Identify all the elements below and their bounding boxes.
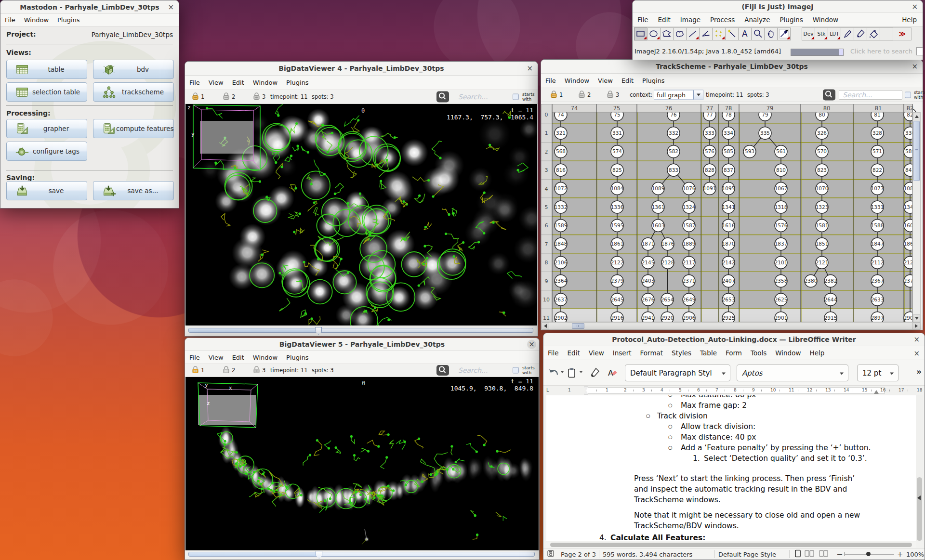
zoom-out-button[interactable]: −: [836, 549, 843, 559]
menu-file[interactable]: File: [543, 349, 563, 357]
starts-with-checkbox[interactable]: [513, 94, 519, 100]
menu-insert[interactable]: Insert: [608, 349, 636, 357]
menu-plugins[interactable]: Plugins: [775, 16, 807, 24]
search-box[interactable]: Search...: [839, 90, 902, 100]
search-input[interactable]: Search...: [458, 366, 488, 374]
menu-edit[interactable]: Edit: [228, 354, 249, 361]
rectangle-tool[interactable]: [634, 27, 648, 40]
configure-tags-button[interactable]: configure tags: [6, 142, 87, 161]
lock-icon[interactable]: [578, 90, 586, 100]
trackscheme-canvas[interactable]: 7432156881610721332158918482106236426372…: [541, 104, 923, 330]
close-icon[interactable]: ×: [527, 340, 536, 349]
oval-tool[interactable]: [647, 27, 661, 40]
undo-button[interactable]: [546, 365, 561, 380]
brush-tool[interactable]: [854, 27, 867, 40]
menu-form[interactable]: Form: [721, 349, 746, 357]
angle-tool[interactable]: [699, 27, 713, 40]
menu-window[interactable]: Window: [20, 16, 53, 24]
dev-tool[interactable]: Dev: [802, 27, 815, 40]
grapher-button[interactable]: grapher: [6, 119, 87, 138]
clone-formatting-button[interactable]: [588, 365, 602, 380]
word-count[interactable]: 595 words, 3,494 characters: [603, 550, 692, 558]
menu-tools[interactable]: Tools: [746, 349, 771, 357]
line-tool[interactable]: [686, 27, 700, 40]
menu-edit[interactable]: Edit: [563, 349, 584, 357]
search-icon[interactable]: [823, 90, 835, 101]
search-input[interactable]: Search...: [458, 93, 488, 101]
menu-plugins[interactable]: Plugins: [282, 79, 313, 86]
lut-tool[interactable]: LUT: [828, 27, 841, 40]
polygon-tool[interactable]: [660, 27, 674, 40]
writer-titlebar[interactable]: Protocol_Auto-Detection_Auto-Linking.doc…: [543, 333, 925, 346]
paste-button[interactable]: [565, 365, 579, 380]
search-icon[interactable]: [436, 365, 449, 376]
trackscheme-hscrollbar[interactable]: [541, 322, 921, 330]
sidebar-collapse-arrow[interactable]: [917, 495, 921, 500]
menu-view[interactable]: View: [584, 349, 608, 357]
search-icon[interactable]: [436, 91, 449, 103]
menu-view[interactable]: View: [204, 354, 228, 361]
toolbar-overflow-button[interactable]: »: [916, 367, 922, 377]
trackscheme-titlebar[interactable]: TrackScheme - Parhyale_LimbDev_30tps ×: [541, 60, 923, 74]
context-dropdown[interactable]: full graph: [654, 90, 703, 100]
bdv5-time-slider[interactable]: [185, 550, 539, 560]
page-indicator[interactable]: Page 2 of 3: [561, 550, 596, 558]
menu-help[interactable]: Help: [897, 16, 923, 24]
zoom-level[interactable]: 100%: [906, 550, 924, 558]
writer-hscrollbar[interactable]: [546, 542, 916, 548]
bdv-button[interactable]: bdv: [93, 60, 174, 79]
save-button[interactable]: save: [6, 181, 87, 200]
font-size-select[interactable]: 12 pt ⌄: [857, 365, 899, 381]
starts-with-checkbox[interactable]: [905, 92, 911, 98]
document-close-icon[interactable]: ×: [913, 350, 920, 357]
bdv4-canvas[interactable]: zy0t = 111167.3, 757.3, 1065.4: [185, 104, 537, 326]
selection-table-button[interactable]: selection table: [6, 82, 87, 102]
menu-edit[interactable]: Edit: [653, 16, 675, 24]
close-icon[interactable]: ×: [912, 63, 918, 70]
zoom-tool[interactable]: [751, 27, 765, 40]
point-tool[interactable]: [712, 27, 726, 40]
menu-file[interactable]: File: [633, 16, 653, 24]
menu-file[interactable]: File: [185, 354, 204, 361]
save-as--button[interactable]: save as...: [93, 181, 174, 200]
menu-window[interactable]: Window: [808, 16, 843, 24]
close-icon[interactable]: ×: [527, 65, 533, 72]
pencil-tool[interactable]: [841, 27, 854, 40]
zoom-in-button[interactable]: +: [897, 550, 903, 559]
menu-edit[interactable]: Edit: [228, 79, 249, 86]
view-layout-icons[interactable]: [794, 549, 833, 559]
bdv5-canvas[interactable]: yxz0t = 111045.9, 930.8, 849.8: [185, 377, 539, 550]
menu-plugins[interactable]: Plugins: [53, 16, 84, 24]
menu-image[interactable]: Image: [675, 16, 705, 24]
zoom-slider[interactable]: [845, 554, 894, 555]
menu-table[interactable]: Table: [696, 349, 721, 357]
bdv4-titlebar[interactable]: BigDataViewer 4 - Parhyale_LimbDev_30tps…: [185, 62, 538, 76]
stk-tool[interactable]: Stk: [815, 27, 828, 40]
lock-icon[interactable]: [606, 90, 614, 100]
starts-with-checkbox[interactable]: [513, 367, 519, 374]
writer-ruler[interactable]: 1123456789101112131415161718 L: [546, 386, 916, 395]
text-tool[interactable]: A: [738, 27, 752, 40]
bdv5-titlebar[interactable]: BigDataViewer 5 - Parhyale_LimbDev_30tps…: [185, 338, 539, 351]
menu-edit[interactable]: Edit: [617, 77, 638, 84]
writer-vscrollbar[interactable]: [916, 395, 923, 541]
spare-tool[interactable]: [880, 27, 893, 40]
menu-plugins[interactable]: Plugins: [638, 77, 669, 84]
menu-window[interactable]: Window: [249, 354, 282, 361]
mastodon-titlebar[interactable]: Mastodon - Parhyale_LimbDev_30tps ×: [0, 0, 179, 14]
lock-icon[interactable]: [191, 365, 199, 375]
menu-help[interactable]: Help: [806, 349, 829, 357]
menu-view[interactable]: View: [204, 79, 228, 86]
page-style[interactable]: Default Page Style: [718, 550, 776, 558]
imagej-titlebar[interactable]: (Fiji Is Just) ImageJ ×: [633, 0, 923, 13]
lock-icon[interactable]: [252, 92, 261, 102]
more-tool[interactable]: ≫: [893, 27, 912, 40]
save-status-icon[interactable]: [547, 550, 554, 558]
wand-tool[interactable]: [725, 27, 739, 40]
bdv4-time-slider[interactable]: [185, 326, 538, 336]
paragraph-style-select[interactable]: Default Paragraph Styl ⌄: [625, 365, 730, 381]
menu-window[interactable]: Window: [560, 77, 594, 84]
clear-formatting-button[interactable]: A: [605, 365, 620, 380]
menu-window[interactable]: Window: [249, 79, 282, 86]
lock-icon[interactable]: [191, 92, 199, 102]
